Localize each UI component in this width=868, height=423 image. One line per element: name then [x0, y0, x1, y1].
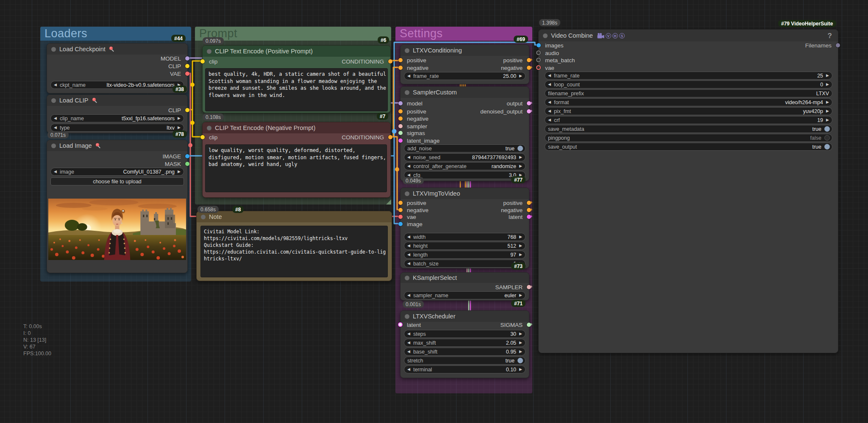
toggle-on-icon[interactable]	[517, 146, 523, 151]
comfyui-canvas[interactable]: Loaders Prompt Settings	[0, 0, 868, 423]
toggle-on-icon[interactable]	[824, 144, 830, 149]
group-loaders-title[interactable]: Loaders	[40, 27, 191, 41]
output-image[interactable]: IMAGE	[162, 152, 187, 160]
input-vae[interactable]: vae	[539, 64, 554, 72]
prev-arrow-icon[interactable]: ◀	[54, 170, 57, 174]
input-negative[interactable]: negative	[401, 64, 428, 72]
output-denoised[interactable]: denoised_output	[480, 108, 529, 115]
output-clip[interactable]: CLIP	[168, 62, 187, 70]
output-clip[interactable]: CLIP	[168, 106, 187, 114]
vc-filename-prefix-widget[interactable]: filename_prefix LTXV	[545, 89, 832, 97]
group-settings-title[interactable]: Settings	[395, 27, 532, 41]
latent-port-dot[interactable]	[398, 322, 403, 327]
clip-type-widget[interactable]: ◀ type ltxv ▶	[50, 124, 184, 132]
node-negative-titlebar[interactable]: CLIP Text Encode (Negative Prompt)	[203, 122, 390, 133]
clip-port-dot[interactable]	[185, 108, 189, 112]
conditioning-port-dot[interactable]	[398, 58, 403, 62]
mask-port-dot[interactable]	[185, 162, 189, 166]
prev-arrow-icon[interactable]: ◀	[54, 116, 57, 120]
collapse-dot[interactable]	[405, 191, 409, 196]
node-ksampler-select[interactable]: KSamplerSelect SAMPLER ◀ sampler_name eu…	[400, 272, 529, 301]
node-note[interactable]: Note Civitai Model Link: https://civitai…	[196, 211, 392, 281]
output-sampler[interactable]: SAMPLER	[495, 283, 529, 291]
output-conditioning[interactable]: CONDITIONING	[342, 58, 390, 65]
image-port-dot[interactable]	[185, 154, 189, 158]
node-video-combine[interactable]: Video Combine V H S ? images audio meta_…	[538, 29, 838, 353]
group-prompt-title[interactable]: Prompt	[195, 27, 391, 41]
latent-port-dot[interactable]	[527, 215, 531, 219]
latent-port-dot[interactable]	[527, 101, 531, 105]
next-arrow-icon[interactable]: ▶	[178, 170, 181, 174]
collapse-dot[interactable]	[405, 276, 409, 280]
next-arrow-icon[interactable]: ▶	[519, 235, 522, 239]
output-sigmas[interactable]: SIGMAS	[500, 321, 529, 329]
sampler-port-dot[interactable]	[398, 124, 403, 128]
conditioning-port-dot[interactable]	[398, 208, 403, 212]
batch-size-widget[interactable]: ◀ batch_size 1 ▶	[404, 260, 526, 268]
node-load-clip[interactable]: Load CLIP CLIP ◀ clip_name t5xxl_fp16.sa…	[47, 94, 188, 133]
vc-frame-rate-widget[interactable]: ◀ frame_rate 25 ▶	[545, 72, 832, 80]
max-shift-widget[interactable]: ◀ max_shift 2.05 ▶	[404, 339, 526, 347]
image-file-widget[interactable]: ◀ image ComfyUI_01387_.png ▶	[50, 168, 184, 176]
next-arrow-icon[interactable]: ▶	[519, 332, 522, 336]
conditioning-port-dot[interactable]	[527, 208, 531, 212]
ckpt-name-widget[interactable]: ◀ ckpt_name ltx-video-2b-v0.9.safetensor…	[50, 81, 184, 89]
model-port-dot[interactable]	[398, 101, 403, 105]
output-negative[interactable]: negative	[501, 64, 529, 72]
conditioning-port-dot[interactable]	[398, 109, 403, 113]
next-arrow-icon[interactable]: ▶	[178, 116, 181, 120]
next-arrow-icon[interactable]: ▶	[519, 164, 522, 168]
conditioning-port-dot[interactable]	[398, 66, 403, 70]
prev-arrow-icon[interactable]: ◀	[407, 235, 410, 239]
node-ltxv-conditioning-titlebar[interactable]: LTXVConditioning	[401, 45, 529, 56]
node-ksampler-titlebar[interactable]: KSamplerSelect	[401, 273, 529, 283]
output-mask[interactable]: MASK	[165, 160, 187, 168]
prev-arrow-icon[interactable]: ◀	[407, 341, 410, 345]
input-latent-image[interactable]: latent_image	[401, 137, 440, 144]
note-textarea[interactable]: Civitai Model Link: https://civitai.com/…	[200, 226, 388, 277]
next-arrow-icon[interactable]: ▶	[826, 118, 829, 122]
input-positive[interactable]: positive	[401, 199, 426, 207]
input-meta-batch[interactable]: meta_batch	[539, 56, 575, 64]
prev-arrow-icon[interactable]: ◀	[548, 100, 551, 104]
collapse-dot[interactable]	[405, 48, 409, 53]
prev-arrow-icon[interactable]: ◀	[548, 118, 551, 122]
next-arrow-icon[interactable]: ▶	[519, 368, 522, 371]
node-clip-text-encode-positive[interactable]: CLIP Text Encode (Positive Prompt) clip …	[202, 45, 391, 113]
node-load-image-titlebar[interactable]: Load Image	[47, 140, 187, 151]
noise-seed-widget[interactable]: ◀ noise_seed 879447377692493 ▶	[404, 153, 526, 161]
node-clip-text-encode-negative[interactable]: CLIP Text Encode (Negative Prompt) clip …	[202, 122, 391, 198]
output-latent[interactable]: latent	[509, 213, 529, 221]
node-ltxv-img-to-video[interactable]: LTXVImgToVideo positive negative vae ima…	[400, 188, 529, 268]
node-sampler-custom[interactable]: SamplerCustom model positive negative sa…	[400, 86, 529, 181]
vae-port-dot[interactable]	[536, 65, 541, 70]
filenames-port-dot[interactable]	[836, 43, 840, 47]
length-widget[interactable]: ◀ length 97 ▶	[404, 251, 526, 259]
node-img2vid-titlebar[interactable]: LTXVImgToVideo	[401, 188, 529, 199]
node-note-titlebar[interactable]: Note	[197, 211, 392, 222]
input-negative[interactable]: negative	[401, 115, 428, 122]
prev-arrow-icon[interactable]: ◀	[407, 293, 410, 297]
prev-arrow-icon[interactable]: ◀	[54, 126, 57, 130]
prev-arrow-icon[interactable]: ◀	[407, 74, 410, 78]
image-port-dot[interactable]	[537, 43, 541, 47]
latent-port-dot[interactable]	[527, 109, 531, 113]
conditioning-port-dot[interactable]	[388, 59, 392, 64]
vc-pix-fmt-widget[interactable]: ◀ pix_fmt yuv420p ▶	[545, 107, 832, 115]
prev-arrow-icon[interactable]: ◀	[407, 244, 410, 248]
conditioning-port-dot[interactable]	[527, 58, 531, 62]
prev-arrow-icon[interactable]: ◀	[407, 368, 410, 371]
prev-arrow-icon[interactable]: ◀	[548, 83, 551, 86]
negative-prompt-textarea[interactable]: low quality, worst quality, deformed, di…	[205, 144, 387, 192]
collapse-dot[interactable]	[51, 144, 56, 148]
collapse-dot[interactable]	[543, 33, 548, 38]
stretch-toggle[interactable]: stretch true	[404, 357, 526, 365]
collapse-dot[interactable]	[405, 90, 409, 95]
next-arrow-icon[interactable]: ▶	[826, 100, 829, 104]
image-port-dot[interactable]	[398, 222, 403, 226]
prev-arrow-icon[interactable]: ◀	[407, 155, 410, 159]
model-port-dot[interactable]	[185, 56, 189, 61]
vae-port-dot[interactable]	[185, 72, 189, 76]
input-images[interactable]: images	[539, 41, 564, 49]
output-conditioning[interactable]: CONDITIONING	[342, 133, 390, 141]
